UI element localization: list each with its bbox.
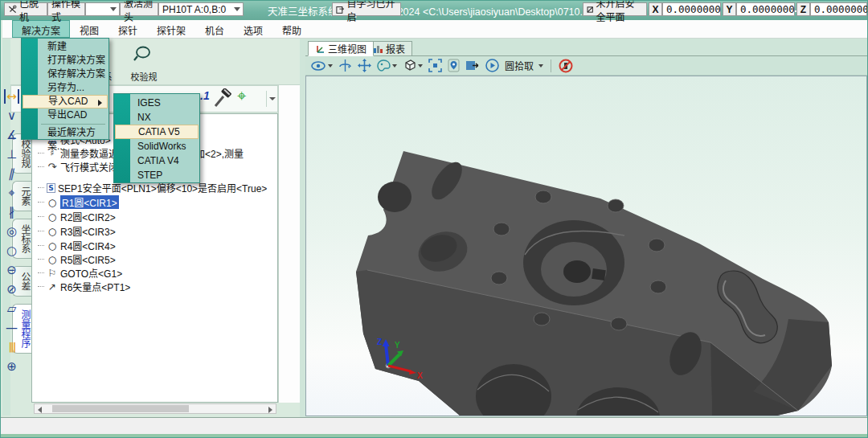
menu-item-save-as[interactable]: 另存为... — [23, 81, 108, 95]
menu-machine[interactable]: 机台 — [195, 20, 234, 38]
angle-icon[interactable]: ∨ — [1, 107, 23, 125]
tab-3d-view[interactable]: 三维视图 — [308, 41, 374, 56]
menu-item-export-cad[interactable]: 导出CAD — [23, 108, 108, 122]
window-bottom-edge — [1, 434, 868, 438]
menu-separator — [41, 124, 105, 125]
tree-item-circle-r5[interactable]: R5圆<CIR5> — [60, 252, 116, 266]
map-pin-icon — [448, 59, 460, 72]
z-axis-label: Z — [796, 2, 810, 16]
tree-item-flight-mode[interactable]: 飞行模式关闭 — [60, 160, 118, 174]
offline-label: 已脱机 — [19, 0, 43, 23]
x-coordinate-value: 0.0000000 — [662, 2, 721, 16]
tree-item-circle-r3[interactable]: R3圆<CIR3> — [60, 224, 116, 238]
tree-item-circle-r1[interactable]: R1圆<CIR1> — [60, 195, 119, 209]
import-cad-submenu: IGES NX CATIA V5 SolidWorks CATIA V4 STE… — [113, 93, 200, 183]
submenu-item-catia-v5[interactable]: CATIA V5 — [115, 125, 199, 139]
palette-icon — [377, 59, 391, 72]
triple-line-icon[interactable]: ||| — [1, 338, 23, 356]
position-icon[interactable]: ⌖ — [1, 184, 23, 202]
menu-help[interactable]: 帮助 — [272, 20, 311, 38]
tree-horizontal-scrollbar[interactable] — [34, 403, 276, 414]
tree-item-circle-r2[interactable]: R2圆<CIR2> — [60, 210, 116, 223]
locate-button[interactable] — [448, 59, 460, 72]
submenu-item-iges[interactable]: IGES — [115, 96, 199, 110]
concentricity-icon[interactable]: ◎ — [1, 223, 23, 240]
menu-item-save-solution[interactable]: 保存解决方案 — [23, 68, 108, 81]
section-icon — [465, 59, 480, 72]
safety-plane-status: 未开启安全平面 — [583, 2, 647, 16]
z-coordinate-value: 0.0000000 — [810, 2, 867, 16]
tab-report-label: 报表 — [386, 42, 405, 55]
cad-part-model: Z Y X — [306, 76, 866, 415]
gauge-check-button[interactable]: 校验规 — [122, 45, 166, 83]
menu-item-new[interactable]: 新建 — [23, 40, 108, 54]
flatness-icon[interactable]: ▱ — [1, 300, 23, 317]
scroll-left-arrow[interactable] — [35, 404, 46, 413]
svg-text:Z: Z — [377, 338, 382, 346]
safety-plane-icon: S — [47, 183, 55, 193]
report-icon — [373, 44, 383, 54]
orbit-button[interactable] — [338, 59, 352, 72]
straightness-icon[interactable]: — — [1, 319, 23, 337]
circularity-icon[interactable]: ○ — [1, 242, 23, 260]
circle-pick-dropdown[interactable]: 圆拾取 — [505, 59, 543, 72]
tab-3d-view-label: 三维视图 — [328, 42, 366, 55]
offline-probe-icon — [8, 4, 17, 14]
perpendicularity-icon[interactable]: ⊥ — [1, 145, 23, 163]
triad-icon — [315, 44, 325, 54]
scroll-right-arrow[interactable] — [264, 404, 276, 413]
symmetry-icon[interactable]: ⊖ — [1, 261, 23, 279]
submenu-item-solidworks[interactable]: SolidWorks — [115, 139, 199, 154]
cube-icon — [403, 59, 416, 72]
circle-cross-icon[interactable]: ⊕ — [1, 358, 23, 375]
angularity-icon[interactable]: ∦ — [1, 203, 23, 221]
scrollbar-thumb[interactable] — [52, 405, 189, 412]
tree-item-vector-point[interactable]: R6矢量点<PT1> — [60, 280, 130, 293]
operation-mode-select[interactable] — [85, 2, 120, 16]
view-cube-button[interactable] — [403, 59, 423, 72]
pan-icon — [358, 59, 371, 72]
green-position-icon[interactable]: ⌖ — [237, 86, 246, 105]
toolbar-overflow-button[interactable] — [266, 91, 276, 107]
menu-item-import-cad[interactable]: 导入CAD — [23, 95, 108, 108]
inclined-angle-icon[interactable]: ∡ — [1, 126, 23, 144]
hammer-icon[interactable] — [212, 88, 233, 109]
parallelism-icon[interactable]: ∥ — [1, 165, 23, 182]
disable-probe-button[interactable] — [559, 59, 573, 73]
section-view-button[interactable] — [465, 59, 480, 72]
visibility-button[interactable] — [311, 60, 333, 72]
active-probe-label: 激活测头 — [120, 2, 158, 16]
distance-icon[interactable]: ↔ — [1, 88, 23, 105]
tree-item-goto-point[interactable]: GOTO点<G1> — [60, 266, 122, 280]
circle-pick-label: 圆拾取 — [505, 59, 534, 72]
solution-dropdown-menu: 新建 打开解决方案 保存解决方案 另存为... 导入CAD 导出CAD 最近解决… — [21, 38, 109, 140]
runout-icon[interactable]: ⊘ — [1, 280, 23, 298]
operation-mode-label: 操作模式 — [47, 2, 85, 16]
eye-icon — [311, 60, 326, 72]
decimal-precision-icon[interactable]: .1 — [200, 89, 210, 102]
self-learning-icon — [336, 5, 344, 14]
play-icon — [485, 59, 499, 72]
flight-mode-icon: ↷ — [47, 161, 58, 173]
render-style-button[interactable] — [377, 59, 397, 72]
menu-item-open-solution[interactable]: 打开解决方案 — [23, 54, 108, 68]
play-button[interactable] — [485, 59, 499, 72]
pan-button[interactable] — [358, 59, 371, 72]
tree-item-circle-r4[interactable]: R4圆<CIR4> — [60, 239, 116, 252]
connection-status: 已脱机 — [4, 2, 47, 16]
submenu-item-catia-v4[interactable]: CATIA V4 — [115, 154, 199, 168]
menu-options[interactable]: 选项 — [234, 20, 272, 38]
submenu-item-step[interactable]: STEP — [115, 168, 199, 182]
self-learning-button[interactable]: 自学习已开启 — [332, 2, 401, 16]
vector-point-icon: ↗ — [47, 281, 58, 293]
gauge-check-label: 校验规 — [122, 70, 166, 83]
menu-item-recent-solutions[interactable]: 最近解决方案... — [23, 126, 108, 140]
submenu-item-nx[interactable]: NX — [115, 110, 199, 125]
menu-probe-rack[interactable]: 探针架 — [147, 20, 195, 38]
magnifier-icon — [133, 45, 154, 64]
active-probe-select[interactable]: PH10T A:0,B:0 — [158, 2, 244, 16]
svg-text:Y: Y — [395, 341, 400, 350]
zoom-fit-button[interactable] — [428, 59, 442, 72]
3d-viewport[interactable]: Z Y X — [305, 76, 867, 416]
submenu-arrow-icon — [98, 100, 102, 106]
